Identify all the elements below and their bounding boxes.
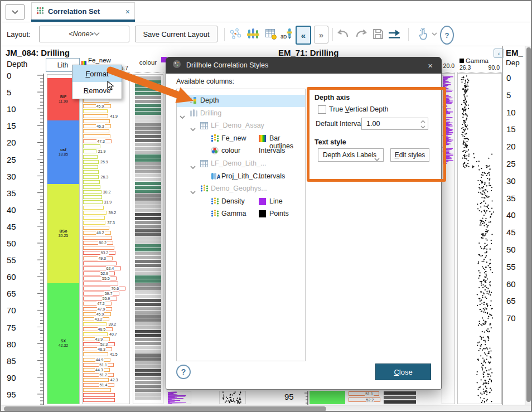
colour-interval	[135, 365, 161, 369]
edit-styles-button[interactable]: Edit styles	[390, 148, 429, 162]
depth-tick-label: 55	[7, 255, 16, 265]
fe-bar: 26.3	[83, 175, 99, 179]
dialog-close-icon[interactable]: ×	[425, 61, 435, 70]
colour-interval	[135, 350, 161, 353]
fe-bar: 45.9	[83, 312, 111, 316]
fe-bar: 39.2	[83, 211, 107, 215]
context-menu-item-remove[interactable]: Remove	[72, 82, 122, 99]
points-icon	[211, 197, 219, 207]
fe-bar	[83, 155, 98, 159]
tree-item-gamma[interactable]: GammaPoints	[177, 208, 305, 220]
touch-mode-icon[interactable]	[415, 26, 432, 42]
table-lightbulb-icon[interactable]	[263, 26, 279, 42]
depth-tick-label: 20	[7, 138, 16, 147]
tree-item-lf-demo-assay[interactable]: LF_Demo_Assay	[177, 120, 305, 132]
application-window: Correlation Set × Layout: <None> Save Cu…	[0, 0, 532, 412]
drillholes-icon[interactable]	[245, 26, 262, 42]
correlation-set-icon	[36, 7, 44, 17]
tree-item-depth[interactable]: Depth	[177, 95, 305, 107]
colour-interval	[135, 330, 161, 333]
save-current-layout-button[interactable]: Save Current Layout	[135, 26, 217, 42]
fe-bar: 46.3	[83, 124, 111, 128]
tree-item-label: Fe_new	[221, 134, 246, 142]
spinner-arrows-icon[interactable]	[420, 119, 425, 132]
tab-close-icon[interactable]: ×	[125, 7, 130, 16]
colour-interval	[135, 217, 161, 220]
tree-item-drilling[interactable]: Drilling	[177, 108, 305, 120]
tree-item-lf-demo-lith[interactable]: LF_Demo_Lith_...	[177, 158, 305, 170]
depth-tick-label: 55	[506, 261, 516, 271]
tree-item-fe-new[interactable]: Fe_newBar outlines	[177, 133, 305, 145]
depth-tick-label: 5	[506, 90, 511, 99]
horizontal-scrollbar-thumb[interactable]	[4, 406, 326, 411]
gamma-range: 26.3 90.0	[457, 64, 502, 72]
toolbar-separator	[332, 28, 333, 41]
depth-tick-label: 35	[7, 188, 16, 197]
em-panel-title: EM_	[506, 48, 523, 57]
colour-interval	[135, 373, 161, 376]
chevron-down-icon	[94, 32, 100, 36]
expand-all-button[interactable]: »	[314, 26, 328, 43]
style-swatch-icon	[259, 198, 266, 205]
vertical-scrollbar[interactable]	[525, 46, 531, 405]
colour-interval	[135, 381, 161, 384]
touch-mode-dropdown-icon[interactable]	[431, 26, 438, 42]
tree-item-density[interactable]: DensityLine	[177, 196, 305, 208]
colour-interval	[135, 357, 161, 361]
tree-item-demo-geophys[interactable]: Demo_Geophys...	[177, 183, 305, 195]
toolbar-separator	[224, 28, 225, 41]
fe-bar	[83, 185, 100, 189]
context-menu-item-format[interactable]: Format	[72, 65, 122, 82]
lith-block: usf18.85	[47, 120, 79, 184]
collapse-all-button[interactable]: «	[296, 26, 311, 45]
fe-bar	[83, 165, 98, 169]
fe-bar: 25.9	[83, 160, 99, 164]
tab-correlation-set[interactable]: Correlation Set ×	[31, 2, 135, 20]
colour-interval	[135, 182, 161, 185]
density-max-label: 20.0	[441, 62, 454, 72]
em71-ruler-bottom	[300, 391, 309, 405]
true-vertical-depth-checkbox[interactable]	[318, 105, 326, 114]
true-vertical-depth-label: True Vertical Depth	[329, 105, 389, 113]
drillhole-correlation-styles-dialog: Drillhole Correlation Styles × Available…	[166, 57, 442, 390]
redo-icon[interactable]	[353, 26, 370, 42]
jm-density-bottom	[167, 391, 191, 404]
help-button[interactable]: ?	[440, 26, 454, 45]
chevron-down-icon	[374, 154, 380, 164]
tree-item-colour[interactable]: colourIntervals	[177, 145, 305, 157]
depth-tick-label: 10	[506, 107, 516, 117]
undo-icon[interactable]	[335, 26, 351, 42]
jm-colour-column-header[interactable]: colour	[133, 56, 163, 73]
dialog-title: Drillhole Correlation Styles	[186, 61, 420, 69]
layout-dropdown[interactable]: <None>	[39, 26, 129, 42]
colour-interval	[135, 392, 161, 396]
depth-tick-label: 65	[7, 289, 16, 298]
fe-bar: 41.5	[83, 352, 108, 356]
horizontal-scrollbar[interactable]	[1, 405, 531, 412]
fe-bar	[83, 119, 110, 123]
depth-icon	[190, 96, 197, 106]
save-icon[interactable]	[370, 26, 386, 42]
fe-bar: 50.2	[83, 241, 113, 245]
text-style-dropdown[interactable]: Depth Axis Labels	[318, 148, 384, 162]
default-interval-spinner[interactable]: 1.00	[361, 118, 428, 130]
3d-drillhole-icon[interactable]: 3D	[279, 26, 296, 42]
tree-item-proj-lith-c[interactable]: AProj_Lith_C...Intervals	[177, 171, 305, 183]
style-swatch-icon	[259, 210, 266, 217]
dialog-title-bar[interactable]: Drillhole Correlation Styles ×	[166, 57, 442, 74]
toolbar: Layout: <None> Save Current Layout 3D « …	[1, 22, 531, 46]
tab-overflow-button[interactable]	[6, 4, 25, 20]
dialog-help-button[interactable]: ?	[176, 365, 191, 379]
vertical-scrollbar-thumb[interactable]	[526, 47, 531, 402]
toolbar-separator	[408, 28, 409, 41]
jm-colour-column	[133, 74, 163, 404]
export-icon[interactable]	[386, 26, 403, 42]
jm-fe-column: 45.939.945.941.946.347.321.925.926.330.2…	[82, 74, 130, 404]
fe-bar: 48.3	[83, 347, 112, 351]
correlation-network-icon[interactable]	[227, 26, 244, 42]
fe-bar	[83, 195, 102, 199]
depth-tick-label: 90	[7, 372, 16, 382]
close-button[interactable]: Close	[375, 363, 431, 380]
colour-interval	[135, 334, 161, 337]
colour-interval	[384, 396, 416, 399]
